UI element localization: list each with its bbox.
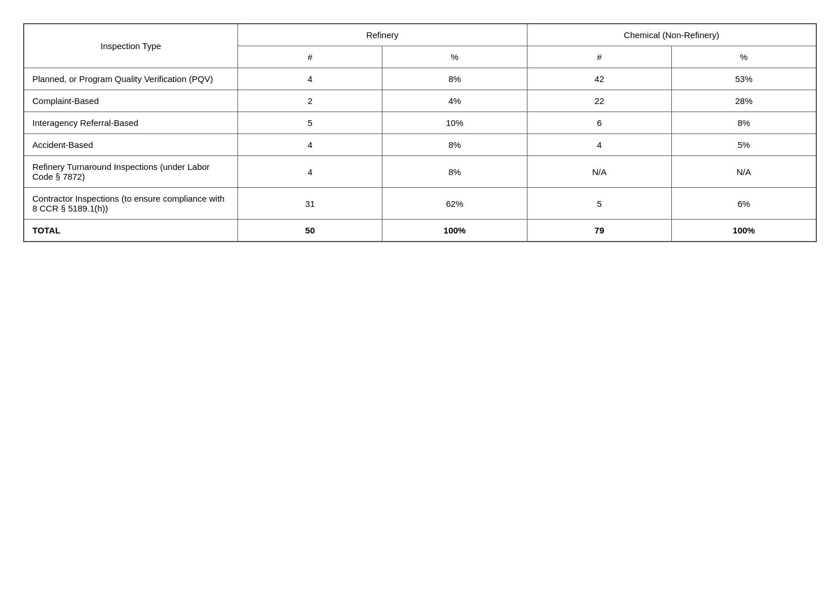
row-chemical-pct-3: 5%: [672, 134, 816, 156]
row-chemical-num-2: 6: [527, 112, 671, 134]
row-chemical-num-6: 79: [527, 220, 671, 242]
row-chemical-num-0: 42: [527, 68, 671, 90]
row-refinery-num-5: 31: [237, 188, 382, 220]
row-refinery-num-1: 2: [237, 90, 382, 112]
row-chemical-num-4: N/A: [527, 156, 671, 188]
inspection-type-header: Inspection Type: [24, 24, 237, 68]
row-refinery-num-2: 5: [237, 112, 382, 134]
row-type-5: Contractor Inspections (to ensure compli…: [24, 188, 237, 220]
row-refinery-pct-2: 10%: [382, 112, 527, 134]
row-refinery-num-0: 4: [237, 68, 382, 90]
row-refinery-pct-6: 100%: [382, 220, 527, 242]
row-type-4: Refinery Turnaround Inspections (under L…: [24, 156, 237, 188]
inspection-table: Inspection Type Refinery Chemical (Non-R…: [23, 23, 817, 242]
row-chemical-pct-2: 8%: [672, 112, 816, 134]
row-refinery-pct-4: 8%: [382, 156, 527, 188]
row-chemical-pct-4: N/A: [672, 156, 816, 188]
row-chemical-pct-0: 53%: [672, 68, 816, 90]
chemical-group-header: Chemical (Non-Refinery): [527, 24, 816, 46]
row-refinery-num-6: 50: [237, 220, 382, 242]
row-type-1: Complaint-Based: [24, 90, 237, 112]
row-type-3: Accident-Based: [24, 134, 237, 156]
row-chemical-pct-1: 28%: [672, 90, 816, 112]
row-refinery-pct-5: 62%: [382, 188, 527, 220]
row-type-6: TOTAL: [24, 220, 237, 242]
row-refinery-pct-3: 8%: [382, 134, 527, 156]
row-refinery-num-4: 4: [237, 156, 382, 188]
row-type-0: Planned, or Program Quality Verification…: [24, 68, 237, 90]
row-refinery-pct-1: 4%: [382, 90, 527, 112]
refinery-pct-subheader: %: [382, 46, 527, 68]
chemical-pct-subheader: %: [672, 46, 816, 68]
refinery-group-header: Refinery: [237, 24, 527, 46]
row-chemical-num-5: 5: [527, 188, 671, 220]
row-refinery-num-3: 4: [237, 134, 382, 156]
chemical-num-subheader: #: [527, 46, 671, 68]
row-chemical-pct-6: 100%: [672, 220, 816, 242]
row-chemical-pct-5: 6%: [672, 188, 816, 220]
row-chemical-num-3: 4: [527, 134, 671, 156]
row-refinery-pct-0: 8%: [382, 68, 527, 90]
table-wrapper: Inspection Type Refinery Chemical (Non-R…: [23, 23, 817, 242]
row-chemical-num-1: 22: [527, 90, 671, 112]
row-type-2: Interagency Referral-Based: [24, 112, 237, 134]
refinery-num-subheader: #: [237, 46, 382, 68]
